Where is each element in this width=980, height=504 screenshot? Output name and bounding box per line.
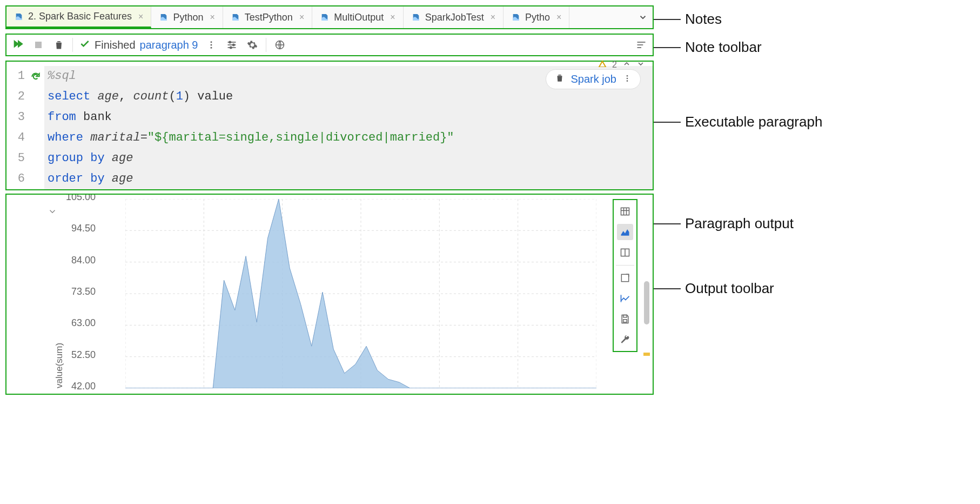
status-group: Finished paragraph 9 (79, 38, 198, 52)
stop-button[interactable] (31, 38, 45, 52)
code-magic: %sql (48, 69, 76, 83)
svg-point-4 (211, 44, 212, 46)
align-button[interactable] (634, 38, 648, 52)
tab-label: SparkJobTest (425, 12, 484, 23)
more-actions-button[interactable] (204, 38, 218, 52)
wrench-icon (620, 334, 630, 345)
delete-button[interactable] (52, 38, 66, 52)
svg-rect-2 (35, 42, 42, 48)
spark-job-delete-button[interactable] (555, 73, 565, 85)
table-icon (620, 206, 630, 217)
check-icon (79, 38, 90, 52)
rerun-icon[interactable] (30, 69, 41, 90)
view-columns-button[interactable] (617, 244, 633, 261)
paragraph-output: 105.0094.5084.0073.5063.0052.5042.00 val… (5, 194, 654, 395)
svg-point-5 (211, 47, 212, 49)
note-toolbar: Finished paragraph 9 (5, 34, 654, 56)
note-file-icon (159, 12, 169, 22)
tabs-overflow-button[interactable] (633, 6, 653, 28)
y-axis-label: value(sum) (54, 343, 65, 388)
tab-label: Pytho (525, 12, 550, 23)
expand-icon (620, 273, 630, 283)
area-chart-icon (620, 227, 630, 237)
paragraph-link[interactable]: paragraph 9 (140, 39, 198, 51)
y-tick-label: 105.00 (58, 194, 96, 203)
note-file-icon (511, 12, 521, 22)
chevron-down-icon (638, 12, 648, 22)
annotation-notes: Notes (685, 11, 722, 28)
globe-button[interactable] (273, 38, 287, 52)
separator (616, 265, 634, 266)
note-file-icon (14, 12, 24, 22)
svg-point-3 (211, 41, 212, 43)
line-chart-icon (620, 293, 630, 304)
view-area-chart-button[interactable] (617, 224, 633, 240)
svg-point-11 (230, 47, 232, 48)
tab[interactable]: Python× (151, 6, 223, 28)
svg-point-18 (627, 80, 628, 82)
annotation-output-toolbar: Output toolbar (685, 280, 774, 297)
separator (72, 38, 73, 52)
tab-close-button[interactable]: × (210, 12, 214, 22)
annotation-paragraph-output: Paragraph output (685, 215, 794, 232)
svg-point-9 (229, 41, 231, 43)
separator (266, 38, 266, 52)
executable-paragraph: 2 Spark job 123456 (5, 61, 654, 190)
spark-job-pill[interactable]: Spark job (546, 69, 641, 89)
line-gutter: 123456 (6, 66, 28, 189)
save-icon (620, 314, 630, 324)
svg-rect-26 (623, 315, 627, 317)
svg-rect-27 (623, 320, 627, 322)
view-line-chart-button[interactable] (617, 290, 633, 307)
annotation-executable-paragraph: Executable paragraph (685, 114, 822, 130)
chart-area (125, 199, 596, 388)
tab[interactable]: Pytho× (504, 6, 569, 28)
globe-icon (274, 39, 285, 50)
trash-icon (53, 39, 64, 50)
run-all-button[interactable] (11, 38, 25, 52)
svg-point-10 (233, 44, 234, 45)
tab-label: MultiOutput (334, 12, 384, 23)
scroll-marker (643, 353, 650, 356)
configure-output-button[interactable] (617, 331, 633, 348)
columns-icon (620, 247, 630, 258)
y-tick-label: 63.00 (58, 317, 96, 329)
sliders-button[interactable] (225, 38, 239, 52)
settings-button[interactable] (245, 38, 259, 52)
spark-job-label: Spark job (571, 73, 617, 85)
save-output-button[interactable] (617, 311, 633, 327)
tab-label: 2. Spark Basic Features (28, 11, 132, 22)
align-icon (636, 39, 647, 50)
sliders-icon (226, 39, 237, 50)
spark-job-more-button[interactable] (623, 73, 632, 85)
svg-point-17 (627, 78, 628, 79)
view-table-button[interactable] (617, 203, 633, 220)
run-all-icon (12, 39, 24, 51)
tab[interactable]: MultiOutput× (312, 6, 403, 28)
annotations: Notes Note toolbar Executable paragraph … (654, 5, 975, 395)
annotation-note-toolbar: Note toolbar (685, 39, 762, 56)
note-file-icon (411, 12, 421, 22)
svg-marker-0 (15, 41, 18, 47)
tab-close-button[interactable]: × (138, 12, 143, 22)
tab-label: Python (173, 12, 203, 23)
tab[interactable]: TestPython× (223, 6, 312, 28)
tab-close-button[interactable]: × (299, 12, 304, 22)
output-scrollbar[interactable] (644, 281, 649, 324)
tab-label: TestPython (245, 12, 293, 23)
y-tick-label: 84.00 (58, 255, 96, 266)
y-tick-label: 73.50 (58, 286, 96, 297)
tab-close-button[interactable]: × (491, 12, 495, 22)
tab-close-button[interactable]: × (556, 12, 561, 22)
stop-icon (33, 40, 43, 50)
tab-close-button[interactable]: × (390, 12, 395, 22)
tab[interactable]: 2. Spark Basic Features× (6, 6, 151, 28)
tab[interactable]: SparkJobTest× (404, 6, 504, 28)
trash-icon (555, 73, 565, 83)
fullscreen-button[interactable] (617, 270, 633, 286)
y-tick-label: 94.50 (58, 223, 96, 234)
output-toolbar (613, 199, 637, 352)
kebab-icon (623, 74, 632, 83)
svg-rect-19 (621, 208, 629, 215)
svg-point-16 (627, 75, 628, 77)
